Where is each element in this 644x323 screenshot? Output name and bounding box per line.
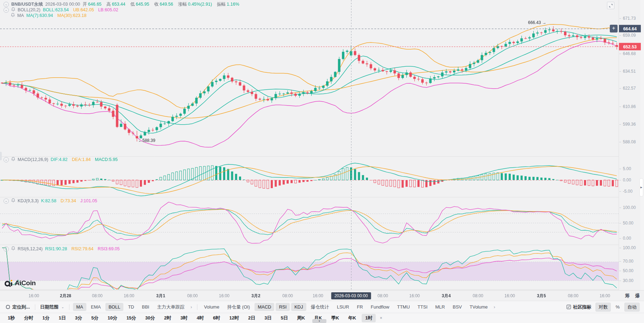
more-chevron-icon[interactable]: › — [492, 304, 497, 310]
axis-label: 5.00 — [623, 166, 631, 171]
alert-price-badge[interactable]: 664.64 — [619, 25, 641, 32]
scroll-right-handle[interactable]: ▶ — [639, 178, 643, 197]
locate-label: 定位到... — [12, 304, 30, 310]
timeframe-6时[interactable]: 6时 — [209, 314, 223, 322]
timeframe-2时[interactable]: 2时 — [161, 314, 175, 322]
locate-button[interactable]: 定位到... — [4, 303, 32, 312]
timeframe-1分[interactable]: 1分 — [39, 314, 53, 322]
macd-title: MACD(12,26,9) — [18, 157, 48, 162]
rsi-header-row: ⌄ RSI(6,12,24) RSI1:90.28RSI2:79.64RSI3:… — [4, 246, 120, 252]
timeframe-1秒[interactable]: 1秒 — [4, 314, 18, 322]
date-range-label: 日期范围 — [40, 304, 59, 310]
aicoin-logo-text: AiCoin — [15, 279, 36, 287]
community-indicators-button[interactable]: 社区指标 — [566, 304, 591, 310]
scroll-left-handle[interactable] — [0, 152, 2, 160]
timeframe-年K[interactable]: 年K — [345, 314, 360, 322]
collapse-boll-icon[interactable]: ⌄ — [4, 7, 9, 13]
axis-label: 0.00 — [623, 178, 631, 183]
collapse-rsi-icon[interactable]: ⌄ — [4, 246, 9, 252]
toolbar-item-bsv[interactable]: BSV — [449, 303, 465, 311]
timeframe-5分[interactable]: 5分 — [88, 314, 102, 322]
toolbar-item-fr[interactable]: FR — [354, 303, 366, 311]
toolbar-item-tvolume[interactable]: TVolume — [466, 303, 491, 311]
toolbar-item-bbi[interactable]: BBI — [139, 303, 153, 311]
ohlc-items: 开646.65高653.44低645.95收649.56涨幅0.45%(2.91… — [82, 1, 241, 7]
kdj-header-row: ⌄ KDJ(9,3,3) K:82.58D:73.34J:101.05 — [4, 198, 97, 204]
timeframe-10分[interactable]: 10分 — [104, 314, 121, 322]
indicator-toolbar: 定位到... 日期范围 ⌄ MAEMABOLLTDBBI主力大单跟踪› Volu… — [0, 301, 644, 313]
time-label: 16:00 — [124, 293, 134, 298]
collapse-bar-tab[interactable]: ▼ — [312, 319, 326, 323]
ohlc-item: 涨幅0.45%(2.91) — [178, 1, 212, 7]
timeframe-3日[interactable]: 3日 — [261, 314, 275, 322]
toolbar-item-lsur[interactable]: LSUR — [334, 303, 352, 311]
collapse-macd-icon[interactable]: ⌄ — [4, 157, 9, 162]
toolbar-item-kdj[interactable]: KDJ — [291, 303, 306, 311]
time-label: 3月2 — [251, 293, 260, 299]
legend-value: UB:642.05 — [73, 7, 94, 13]
chevron-down-icon: ⌄ — [61, 305, 64, 309]
timeframe-4时[interactable]: 4时 — [193, 314, 207, 322]
toggle-对数[interactable]: 对数 — [595, 303, 611, 312]
axis-label: 50.00 — [623, 268, 633, 273]
legend-value: MA(7):630.94 — [26, 13, 53, 18]
more-chevron-icon[interactable]: › — [188, 304, 194, 310]
time-label: 08:00 — [568, 293, 578, 298]
legend-value: DEA:1.84 — [72, 157, 91, 162]
date-range-button[interactable]: 日期范围 ⌄ — [38, 303, 66, 312]
time-label: 08:00 — [187, 293, 198, 298]
toolbar-item-主力大单跟踪[interactable]: 主力大单跟踪 — [154, 303, 188, 312]
toolbar-item-ma[interactable]: MA — [73, 303, 86, 311]
time-axis[interactable]: 2026-03-03 00:00 筹 爆 16:002月2808:0016:00… — [0, 290, 644, 301]
timeframe-周K[interactable]: 周K — [294, 314, 308, 322]
fullscreen-icon[interactable] — [607, 2, 614, 9]
chevron-right-icon: ▶ — [640, 186, 642, 189]
toolbar-item-ttmu[interactable]: TTMU — [394, 303, 413, 311]
toolbar-item-ttsi[interactable]: TTSI — [415, 303, 431, 311]
axis-label: 622.57 — [623, 86, 636, 91]
timeframe-15分[interactable]: 15分 — [123, 314, 140, 322]
collapse-kdj-icon[interactable]: ⌄ — [4, 198, 9, 204]
timeframe-3时[interactable]: 3时 — [177, 314, 191, 322]
toolbar-item-rsi[interactable]: RSI — [276, 303, 290, 311]
trading-app: ⌄ BNB/USDT永续 2026-03-03 00:00 开646.65高65… — [0, 0, 644, 323]
close-icon[interactable]: × — [378, 316, 384, 321]
liquidation-button[interactable]: 爆 — [635, 293, 640, 299]
toolbar-item-mlr[interactable]: MLR — [432, 303, 448, 311]
toolbar-item-爆仓统计[interactable]: 爆仓统计 — [308, 303, 332, 312]
chip-distribution-button[interactable]: 筹 — [625, 293, 630, 299]
toggle-自动[interactable]: 自动 — [624, 303, 640, 312]
timeframe-季K[interactable]: 季K — [327, 314, 342, 322]
toggle-%[interactable]: % — [612, 303, 623, 311]
bell-icon[interactable] — [11, 13, 15, 19]
timeframe-12时[interactable]: 12时 — [226, 314, 243, 322]
last-price-badge: 652.53 — [619, 43, 641, 50]
toolbar-item-boll[interactable]: BOLL — [105, 303, 123, 311]
timeframe-1日[interactable]: 1日 — [55, 314, 69, 322]
axis-label: 588.08 — [623, 139, 636, 144]
bell-icon[interactable] — [11, 157, 15, 163]
legend-value: LB:605.02 — [98, 7, 118, 13]
time-label: 3月1 — [156, 293, 165, 299]
timeframe-3分[interactable]: 3分 — [72, 314, 86, 322]
toolbar-item-持仓量-(oi)[interactable]: 持仓量 (OI) — [224, 303, 253, 312]
bell-icon[interactable] — [11, 198, 15, 204]
toolbar-item-ema[interactable]: EMA — [88, 303, 104, 311]
toolbar-item-td[interactable]: TD — [125, 303, 137, 311]
timeframe-5日[interactable]: 5日 — [277, 314, 291, 322]
toolbar-item-fundflow[interactable]: Fundflow — [368, 303, 393, 311]
timeframe-1时[interactable]: 1时 — [362, 314, 376, 322]
bell-icon[interactable] — [11, 246, 15, 252]
timeframe-2日[interactable]: 2日 — [245, 314, 259, 322]
time-label: 16:00 — [504, 293, 515, 298]
ma-title: MA — [17, 13, 24, 18]
time-label: 2月28 — [60, 293, 71, 299]
collapse-main-icon[interactable]: ⌄ — [4, 2, 9, 7]
toolbar-item-volume[interactable]: Volume — [201, 303, 222, 311]
timeframe-分时[interactable]: 分时 — [20, 314, 37, 322]
timeframe-30分[interactable]: 30分 — [142, 314, 158, 322]
toolbar-item-macd[interactable]: MACD — [254, 303, 274, 311]
ohlc-item: 高653.44 — [106, 1, 125, 7]
bell-icon[interactable] — [11, 7, 15, 13]
alert-plus-button[interactable]: + — [610, 25, 618, 32]
